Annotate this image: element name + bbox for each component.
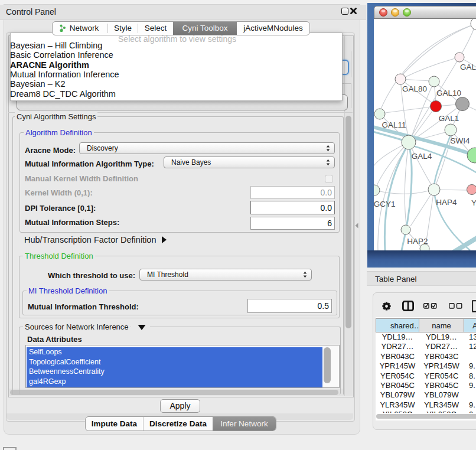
svg-text:GAL11: GAL11 [382, 120, 406, 129]
svg-text:HAP2: HAP2 [407, 237, 428, 246]
svg-text:GAL1: GAL1 [439, 114, 459, 123]
svg-text:HAP4: HAP4 [436, 198, 457, 207]
svg-text:GAL80: GAL80 [402, 84, 427, 93]
svg-text:GAL10: GAL10 [436, 89, 461, 97]
svg-text:GCY1: GCY1 [374, 200, 395, 208]
svg-text:GAL2: GAL2 [460, 63, 476, 71]
svg-text:SWI4: SWI4 [450, 136, 470, 145]
svg-text:YM: YM [471, 198, 476, 207]
svg-text:GAL4: GAL4 [412, 152, 432, 161]
